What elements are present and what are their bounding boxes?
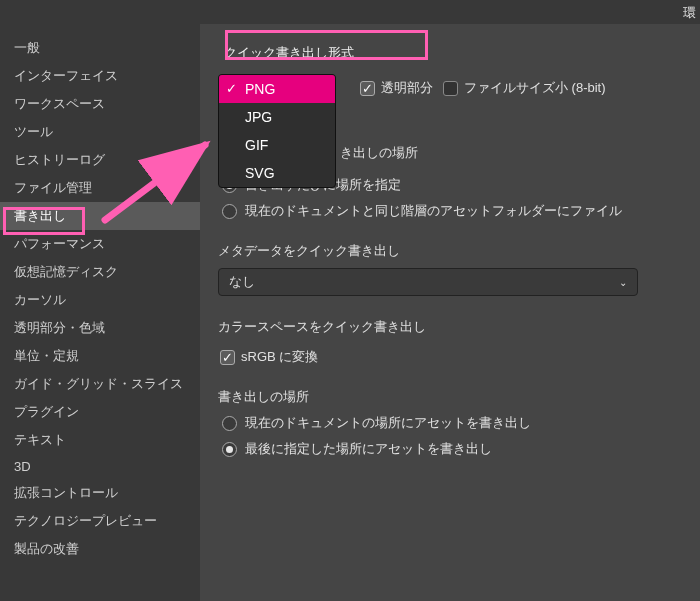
radio-icon (222, 416, 237, 431)
sidebar-item-historylog[interactable]: ヒストリーログ (0, 146, 200, 174)
export-loc1-opt2-label: 現在のドキュメントと同じ階層のアセットフォルダーにファイル (245, 202, 622, 220)
radio-icon (222, 442, 237, 457)
format-option-png[interactable]: ✓ PNG (219, 75, 335, 103)
export-loc2-opt1-radio[interactable]: 現在のドキュメントの場所にアセットを書き出し (222, 414, 700, 432)
export-loc2-opt2-radio[interactable]: 最後に指定した場所にアセットを書き出し (222, 440, 700, 458)
filesize-small-label: ファイルサイズ小 (8-bit) (464, 79, 606, 97)
sidebar-item-general[interactable]: 一般 (0, 34, 200, 62)
transparent-checkbox[interactable]: ✓ 透明部分 (360, 79, 433, 97)
export-location-2-title: 書き出しの場所 (218, 388, 700, 406)
preferences-sidebar: 一般 インターフェイス ワークスペース ツール ヒストリーログ ファイル管理 書… (0, 24, 200, 601)
checkbox-icon: ✓ (220, 350, 235, 365)
sidebar-item-units[interactable]: 単位・定規 (0, 342, 200, 370)
sidebar-item-guides[interactable]: ガイド・グリッド・スライス (0, 370, 200, 398)
colorspace-title: カラースペースをクイック書き出し (218, 318, 700, 336)
format-option-jpg[interactable]: JPG (219, 103, 335, 131)
export-loc2-opt2-label: 最後に指定した場所にアセットを書き出し (245, 440, 492, 458)
sidebar-item-plugins[interactable]: プラグイン (0, 398, 200, 426)
sidebar-item-interface[interactable]: インターフェイス (0, 62, 200, 90)
preferences-content: クイック書き出し形式 PNG ⌄ ✓ PNG JPG GIF SVG (200, 24, 700, 601)
sidebar-item-text[interactable]: テキスト (0, 426, 200, 454)
sidebar-item-export[interactable]: 書き出し (0, 202, 200, 230)
sidebar-item-productimprove[interactable]: 製品の改善 (0, 535, 200, 563)
sidebar-item-cursor[interactable]: カーソル (0, 286, 200, 314)
checkbox-icon (443, 81, 458, 96)
transparent-label: 透明部分 (381, 79, 433, 97)
window-title: 環 (683, 5, 696, 20)
check-icon: ✓ (226, 81, 237, 96)
srgb-label: sRGB に変換 (241, 348, 318, 366)
metadata-title: メタデータをクイック書き出し (218, 242, 700, 260)
format-dropdown-list: ✓ PNG JPG GIF SVG (218, 74, 336, 188)
sidebar-item-transparency[interactable]: 透明部分・色域 (0, 314, 200, 342)
chevron-down-icon: ⌄ (619, 277, 627, 288)
format-option-svg[interactable]: SVG (219, 159, 335, 187)
sidebar-item-3d[interactable]: 3D (0, 454, 200, 479)
sidebar-item-ext-controls[interactable]: 拡張コントロール (0, 479, 200, 507)
sidebar-item-tools[interactable]: ツール (0, 118, 200, 146)
sidebar-item-workspace[interactable]: ワークスペース (0, 90, 200, 118)
format-option-gif[interactable]: GIF (219, 131, 335, 159)
metadata-select[interactable]: なし ⌄ (218, 268, 638, 296)
export-location-1-title: き出しの場所 (340, 144, 700, 162)
filesize-small-checkbox[interactable]: ファイルサイズ小 (8-bit) (443, 79, 606, 97)
export-loc1-opt2-radio[interactable]: 現在のドキュメントと同じ階層のアセットフォルダーにファイル (222, 202, 700, 220)
window-titlebar: 環 (0, 0, 700, 24)
srgb-checkbox[interactable]: ✓ sRGB に変換 (220, 348, 318, 366)
metadata-value: なし (229, 273, 255, 291)
sidebar-item-filehandling[interactable]: ファイル管理 (0, 174, 200, 202)
radio-icon (222, 204, 237, 219)
sidebar-item-performance[interactable]: パフォーマンス (0, 230, 200, 258)
quick-export-format-title: クイック書き出し形式 (218, 40, 360, 66)
checkbox-icon: ✓ (360, 81, 375, 96)
sidebar-item-techpreview[interactable]: テクノロジープレビュー (0, 507, 200, 535)
sidebar-item-scratchdisk[interactable]: 仮想記憶ディスク (0, 258, 200, 286)
export-loc2-opt1-label: 現在のドキュメントの場所にアセットを書き出し (245, 414, 531, 432)
